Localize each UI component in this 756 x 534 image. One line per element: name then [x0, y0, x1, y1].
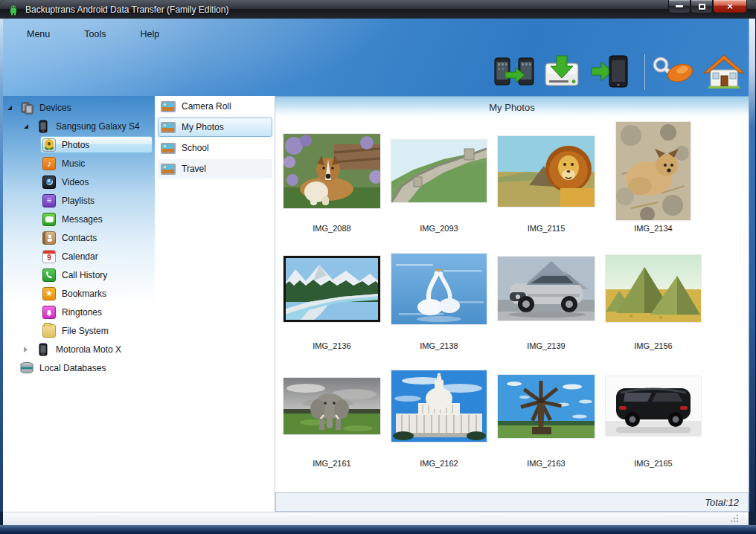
- sidebar-item-label: Bookmarks: [62, 289, 106, 299]
- photo-thumbnail-great-wall[interactable]: [391, 140, 487, 202]
- menu-item-tools[interactable]: Tools: [80, 26, 110, 42]
- register-key-button[interactable]: [652, 53, 695, 90]
- photo-item: IMG_2165: [600, 353, 707, 471]
- maximize-button[interactable]: [691, 0, 713, 13]
- sidebar-item-videos[interactable]: Videos: [3, 173, 155, 191]
- menu-item-menu[interactable]: Menu: [22, 26, 54, 42]
- sidebar-item-messages[interactable]: Messages: [3, 210, 155, 228]
- photo-item: IMG_2162: [385, 353, 493, 471]
- photo-thumbnail-black-car[interactable]: [606, 376, 701, 436]
- photo-label[interactable]: IMG_2156: [600, 341, 707, 353]
- photo-thumbnail-mountain-river[interactable]: [284, 256, 380, 322]
- photo-thumbnail-lion[interactable]: [498, 136, 595, 207]
- toolbar: [3, 53, 749, 93]
- photo-label[interactable]: IMG_2165: [600, 459, 707, 471]
- photo-label[interactable]: IMG_2163: [493, 459, 600, 471]
- photo-thumbnail-windmill[interactable]: [498, 375, 595, 438]
- photos-main-panel: My Photos: [275, 96, 749, 512]
- photo-label[interactable]: IMG_2115: [493, 224, 600, 236]
- album-label: My Photos: [182, 122, 224, 132]
- album-item-my-photos[interactable]: My Photos: [155, 117, 275, 138]
- expanded-arrow-icon[interactable]: [7, 106, 18, 110]
- photo-label[interactable]: IMG_2093: [385, 224, 493, 236]
- window-border-left: [0, 19, 3, 512]
- minimize-button[interactable]: [668, 0, 691, 13]
- restore-to-device-icon: [590, 54, 629, 89]
- expanded-arrow-icon[interactable]: [24, 124, 34, 129]
- sidebar-item-label: Devices: [39, 103, 71, 113]
- sidebar-item-local-databases[interactable]: Local Databases: [3, 358, 155, 377]
- sidebar-item-bookmarks[interactable]: ★ Bookmarks: [3, 284, 155, 303]
- window-border-right: [749, 19, 756, 512]
- backup-to-computer-button[interactable]: [540, 53, 583, 90]
- sidebar-item-sangsung-galaxy-s4[interactable]: Sangsung Galaxy S4: [3, 117, 155, 135]
- photos-icon: [42, 138, 56, 152]
- menu-item-help[interactable]: Help: [135, 26, 164, 42]
- sidebar-item-ringtones[interactable]: Ringtones: [3, 303, 155, 321]
- backup-to-computer-icon: [542, 54, 581, 89]
- home-button[interactable]: [702, 53, 746, 90]
- photo-thumbnail-pyramids[interactable]: [606, 255, 701, 322]
- album-label: School: [182, 143, 209, 153]
- maximize-icon: [699, 4, 705, 10]
- album-item-school[interactable]: School: [155, 138, 275, 158]
- sidebar-item-photos[interactable]: Photos: [3, 135, 155, 154]
- restore-to-device-button[interactable]: [588, 53, 631, 90]
- sidebar-item-label: Call History: [62, 270, 107, 280]
- database-icon: [20, 361, 33, 375]
- photo-label[interactable]: IMG_2088: [278, 224, 385, 236]
- photo-thumbnail-collie-dog[interactable]: [284, 134, 380, 208]
- sidebar-item-call-history[interactable]: Call History: [3, 266, 155, 284]
- sidebar-item-music[interactable]: ♪ Music: [3, 154, 155, 173]
- playlists-icon: ≡: [42, 194, 56, 208]
- photo-thumbnail-silver-car[interactable]: [498, 257, 595, 321]
- photo-label[interactable]: IMG_2138: [385, 341, 493, 353]
- photo-thumbnail-elephant[interactable]: [284, 378, 380, 434]
- photo-thumbnail-capitol[interactable]: [391, 370, 487, 442]
- photo-item: IMG_2093: [385, 118, 493, 236]
- photo-item: IMG_2163: [493, 353, 600, 471]
- photo-thumbnail-puppy[interactable]: [616, 122, 691, 220]
- photo-item: IMG_2139: [493, 236, 600, 353]
- sidebar-item-label: Ringtones: [62, 307, 102, 318]
- sidebar-item-label: Contacts: [62, 233, 97, 243]
- album-label: Camera Roll: [182, 101, 231, 112]
- devices-icon: [20, 101, 33, 115]
- photo-item: IMG_2088: [278, 118, 385, 236]
- messages-icon: [42, 213, 56, 226]
- title-bar[interactable]: Backuptrans Android Data Transfer (Famil…: [0, 0, 756, 19]
- sidebar-item-devices[interactable]: Devices: [3, 98, 155, 117]
- photo-label[interactable]: IMG_2162: [385, 459, 493, 471]
- ringtones-icon: [42, 306, 56, 319]
- sidebar-item-calendar[interactable]: 9 Calendar: [3, 247, 155, 266]
- sidebar-item-contacts[interactable]: Contacts: [3, 228, 155, 247]
- sidebar-item-label: Music: [62, 158, 85, 169]
- total-count: Total:12: [705, 497, 739, 508]
- photo-thumbnail-swans[interactable]: [391, 254, 487, 324]
- photo-label[interactable]: IMG_2136: [278, 341, 385, 353]
- album-label: Travel: [182, 164, 206, 174]
- sidebar-item-playlists[interactable]: ≡ Playlists: [3, 191, 155, 210]
- sidebar-item-label: Photos: [62, 140, 89, 150]
- bookmarks-icon: ★: [42, 287, 56, 300]
- resize-grip[interactable]: [731, 515, 738, 522]
- album-icon: [161, 164, 176, 175]
- transfer-between-devices-button[interactable]: [493, 53, 536, 90]
- close-button[interactable]: ×: [713, 0, 747, 13]
- album-item-travel[interactable]: Travel: [155, 158, 275, 179]
- album-item-camera-roll[interactable]: Camera Roll: [155, 96, 275, 117]
- photo-label[interactable]: IMG_2161: [278, 459, 385, 471]
- home-icon: [702, 54, 746, 89]
- sidebar-item-file-system[interactable]: File System: [3, 321, 155, 340]
- app-window: Backuptrans Android Data Transfer (Famil…: [0, 0, 756, 534]
- photo-item: IMG_2136: [278, 236, 385, 353]
- photo-label[interactable]: IMG_2139: [493, 341, 600, 353]
- album-icon: [161, 101, 176, 112]
- phone-icon: [36, 120, 50, 133]
- photo-label[interactable]: IMG_2134: [600, 224, 707, 236]
- sidebar-item-motorola-moto-x[interactable]: Motorola Moto X: [3, 340, 155, 358]
- sidebar-item-label: Sangsung Galaxy S4: [56, 121, 140, 132]
- sidebar-item-label: Motorola Moto X: [56, 344, 121, 355]
- collapsed-arrow-icon[interactable]: [24, 347, 34, 353]
- minimize-icon: [676, 5, 683, 7]
